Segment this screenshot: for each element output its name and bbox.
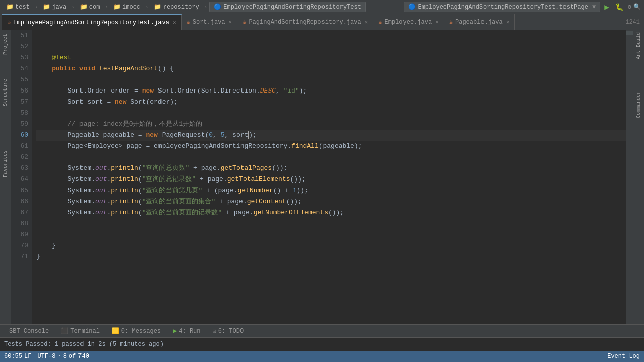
folder-icon: 📁 (113, 3, 121, 11)
tab-employee[interactable]: ☕ Employee.java ✕ (373, 14, 444, 30)
tab-close-icon[interactable]: ✕ (365, 19, 368, 25)
java-file-icon: ☕ (7, 19, 11, 26)
code-line-57: Sort sort = new Sort(order); (36, 97, 626, 108)
line-num-59: 59 (15, 119, 28, 130)
keyword-new3: new (146, 131, 157, 139)
code-line-71: } (36, 251, 626, 262)
tab-close-icon[interactable]: ✕ (173, 19, 176, 26)
method-name: testPageAndSort (99, 65, 158, 72)
nav-item-com[interactable]: 📁 com (77, 2, 103, 12)
settings-icon[interactable]: ⚙ (628, 3, 631, 11)
terminal-icon: ⬛ (61, 327, 68, 335)
code-line-61: Page<Employee> page = employeePagingAndS… (36, 141, 626, 152)
method-println4: println (111, 198, 138, 205)
method-getnumelements: getNumberOfElements (254, 209, 328, 216)
method-println5: println (111, 209, 138, 216)
status-bar: 60:55 LF UTF-8 · 8 of 740 Event Log (0, 351, 644, 362)
debug-button[interactable]: 🐛 (613, 3, 626, 11)
tab-sort[interactable]: ☕ Sort.java ✕ (182, 14, 238, 30)
sidebar-project[interactable]: Project (3, 32, 8, 56)
code-line-68 (36, 218, 626, 229)
string-id: "id" (284, 87, 299, 95)
comment-page: // page: index是0开始的，不是从1开始的 (67, 120, 202, 128)
num-1: 1 (293, 187, 297, 194)
sidebar-structure[interactable]: Structure (3, 77, 8, 108)
status-position: 60:55 LF (4, 353, 31, 360)
line-num-52: 52 (15, 41, 28, 52)
method-gettotalpages: getTotalPages (221, 164, 272, 172)
java-file-icon: ☕ (378, 18, 382, 26)
line-num-67: 67 (15, 207, 28, 218)
nav-right-area: 🔵 EmployeePagingAndSortingRepositoryTest… (404, 2, 641, 12)
line-num-55: 55 (15, 74, 28, 85)
run-button[interactable]: ▶ (602, 2, 611, 12)
line-num-61: 61 (15, 141, 28, 152)
nav-breadcrumb-class[interactable]: 🔵 EmployeePagingAndSortingRepositoryTest (209, 2, 366, 12)
method-getnumber: getNumber (238, 187, 273, 194)
bottom-tab-run[interactable]: ▶ 4: Run (167, 325, 206, 337)
static-out5: out (95, 209, 107, 216)
code-content: @Test public void testPageAndSort() { So… (32, 30, 626, 324)
messages-icon: 🟨 (112, 327, 119, 335)
left-sidebar: Project Structure Favorites (0, 30, 11, 324)
code-line-70: } (36, 240, 626, 251)
static-out3: out (95, 187, 107, 194)
code-line-66: System.out.println("查询的当前页面的集合" + page.g… (36, 196, 626, 207)
num-0: 0 (209, 131, 213, 139)
line-num-65: 65 (15, 185, 28, 196)
search-icon[interactable]: 🔍 (633, 3, 641, 11)
code-line-59: // page: index是0开始的，不是从1开始的 (36, 119, 626, 130)
method-println2: println (111, 175, 138, 183)
nav-sep: › (203, 4, 209, 10)
string-page-num: "查询的当前第几页" (142, 187, 203, 194)
code-line-51 (36, 30, 626, 41)
status-encoding: UTF-8 · 8 of 740 (37, 353, 89, 360)
code-line-69 (36, 229, 626, 240)
code-line-52 (36, 41, 626, 52)
method-gettotalelements: getTotalElements (227, 175, 290, 183)
bottom-panel: SBT Console ⬛ Terminal 🟨 0: Messages ▶ 4… (0, 324, 644, 351)
bottom-tab-messages[interactable]: 🟨 0: Messages (106, 325, 167, 337)
tab-close-icon[interactable]: ✕ (229, 19, 232, 25)
status-event-log[interactable]: Event Log (607, 353, 640, 360)
line-numbers: 51 52 53 54 55 56 57 58 59 60 61 62 63 6… (11, 30, 32, 324)
keyword-new: new (142, 87, 154, 95)
keyword-void: void (79, 65, 95, 72)
line-num-66: 66 (15, 196, 28, 207)
nav-item-java[interactable]: 📁 java (40, 2, 69, 12)
bottom-tab-terminal[interactable]: ⬛ Terminal (55, 325, 106, 337)
tab-close-icon[interactable]: ✕ (435, 19, 439, 25)
folder-icon: 📁 (6, 3, 14, 11)
sidebar-favorites[interactable]: Favorites (3, 149, 8, 179)
tab-main-file[interactable]: ☕ EmployeePagingAndSortingRepositoryTest… (2, 14, 182, 30)
nav-breadcrumb-method[interactable]: 🔵 EmployeePagingAndSortingRepositoryTest… (404, 2, 600, 12)
nav-item-test[interactable]: 📁 test (3, 2, 33, 12)
top-nav-bar: 📁 test › 📁 java › 📁 com › 📁 imooc › 📁 re… (0, 0, 644, 14)
nav-sep: › (144, 4, 150, 10)
tab-pageable[interactable]: ☕ Pageable.java ✕ (444, 14, 515, 30)
code-line-64: System.out.println("查询的总记录数" + page.getT… (36, 174, 626, 185)
line-num-58: 58 (15, 108, 28, 119)
nav-item-repository[interactable]: 📁 repository (151, 2, 202, 12)
bottom-tab-todo[interactable]: ☑ 6: TODO (207, 325, 250, 337)
scroll-track (626, 35, 633, 324)
static-out4: out (95, 198, 107, 205)
closing-brace-method: } (52, 242, 56, 249)
method-println1: println (111, 164, 138, 172)
nav-sep: › (34, 4, 39, 10)
string-content: "查询的当前页面的集合" (142, 198, 216, 205)
nav-sep: › (70, 4, 76, 10)
tab-close-icon[interactable]: ✕ (506, 19, 510, 25)
bottom-content: Tests Passed: 1 passed in 2s (5 minutes … (0, 338, 644, 351)
java-file-icon: ☕ (243, 18, 246, 26)
line-num-70: 70 (15, 240, 28, 251)
code-editor[interactable]: 51 52 53 54 55 56 57 58 59 60 61 62 63 6… (11, 30, 626, 324)
nav-item-imooc[interactable]: 📁 imooc (110, 2, 143, 12)
sidebar-ant-build[interactable]: Ant Build (636, 32, 641, 59)
folder-icon: 📁 (154, 3, 162, 11)
right-gutter[interactable] (626, 30, 633, 324)
bottom-tab-sbt[interactable]: SBT Console (3, 325, 55, 337)
keyword-new2: new (115, 98, 126, 106)
tab-paging-repo[interactable]: ☕ PagingAndSortingRepository.java ✕ (237, 14, 373, 30)
sidebar-commander[interactable]: Commander (636, 91, 641, 118)
